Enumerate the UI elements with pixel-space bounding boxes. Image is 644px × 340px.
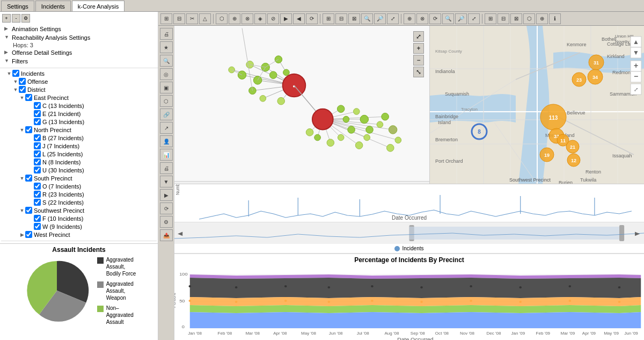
icon-btn-link[interactable]: 🔗 (160, 108, 173, 120)
icon-btn-select[interactable]: ▣ (160, 82, 173, 93)
toolbar-btn-22[interactable]: 🔍 (442, 13, 454, 24)
north-u-node[interactable]: U (30 Incidents) (1, 166, 157, 174)
tab-settings[interactable]: Settings (1, 1, 34, 11)
node-b14[interactable] (382, 113, 389, 120)
expand-all-btn[interactable]: + (2, 14, 11, 23)
toolbar-btn-7[interactable]: ⊗ (241, 13, 253, 24)
node-b3[interactable] (348, 126, 355, 134)
icon-btn-polygon[interactable]: ⬡ (160, 95, 173, 107)
toolbar-btn-16[interactable]: 🔍 (361, 13, 373, 24)
toolbar-btn-11[interactable]: ◀ (293, 13, 305, 24)
east-precinct-node[interactable]: ▼ East Precinct (1, 93, 157, 102)
nav-fit[interactable]: ⤢ (413, 31, 424, 42)
node-b17[interactable] (387, 144, 394, 152)
node-b13[interactable] (377, 121, 383, 128)
west-checkbox[interactable] (25, 231, 32, 238)
south-s-checkbox[interactable] (34, 199, 41, 206)
toolbar-btn-23[interactable]: 🔎 (455, 13, 467, 24)
tab-kcore[interactable]: k-Core Analysis (72, 1, 125, 11)
map-fullscreen[interactable]: ⤢ (631, 84, 641, 95)
node-b2[interactable] (343, 116, 349, 122)
nav-fullscreen[interactable]: ⤡ (413, 67, 424, 77)
toolbar-btn-28[interactable]: ⬡ (523, 13, 535, 24)
node-b16[interactable] (395, 137, 401, 143)
offense-settings[interactable]: ▶ Offense Detail Settings (2, 48, 156, 57)
north-j-checkbox[interactable] (34, 142, 41, 149)
toolbar-btn-24[interactable]: ⤢ (468, 13, 480, 24)
node-b12[interactable] (355, 142, 363, 149)
node-g4[interactable] (269, 71, 277, 79)
icon-btn-arrow[interactable]: ↗ (160, 122, 173, 134)
node-g9[interactable] (238, 71, 246, 79)
tab-incidents[interactable]: Incidents (35, 1, 71, 11)
node-b9[interactable] (360, 115, 369, 124)
north-checkbox[interactable] (25, 126, 32, 133)
toolbar-btn-6[interactable]: ⊕ (229, 13, 240, 24)
node-b6[interactable] (314, 134, 321, 141)
east-c-checkbox[interactable] (34, 102, 41, 109)
toolbar-btn-13[interactable]: ⊞ (323, 13, 334, 24)
node-b11[interactable] (364, 134, 370, 141)
district-node[interactable]: ▼ District (1, 85, 157, 93)
icon-btn-print[interactable]: 🖨 (160, 28, 173, 40)
nav-zoom-in[interactable]: + (413, 43, 424, 54)
node-b1[interactable] (337, 105, 345, 113)
north-n-node[interactable]: N (8 Incidents) (1, 158, 157, 166)
node-b8[interactable] (353, 108, 360, 115)
toolbar-btn-4[interactable]: △ (199, 13, 211, 24)
toolbar-btn-3[interactable]: ✂ (186, 13, 198, 24)
south-precinct-node[interactable]: ▼ South Precinct (1, 174, 157, 182)
sw-w-node[interactable]: W (9 Incidents) (1, 222, 157, 230)
north-l-node[interactable]: L (25 Incidents) (1, 150, 157, 158)
north-b-node[interactable]: B (27 Incidents) (1, 134, 157, 142)
toolbar-btn-29[interactable]: ⊕ (536, 13, 548, 24)
icon-btn-print2[interactable]: 🖨 (160, 162, 173, 174)
node-g5[interactable] (253, 76, 262, 85)
east-checkbox[interactable] (25, 94, 32, 101)
west-precinct-node[interactable]: ▶ West Precinct (1, 230, 157, 238)
south-r-node[interactable]: R (23 Incidents) (1, 190, 157, 198)
toolbar-btn-8[interactable]: ◈ (254, 13, 266, 24)
node-b10[interactable] (366, 126, 374, 134)
south-checkbox[interactable] (25, 175, 32, 182)
east-g-checkbox[interactable] (34, 118, 41, 125)
toolbar-btn-10[interactable]: ▶ (280, 13, 292, 24)
map-nav-down[interactable]: ▼ (631, 47, 641, 58)
offense-node[interactable]: ▼ Offense (1, 77, 157, 85)
south-o-checkbox[interactable] (34, 183, 41, 190)
east-e-checkbox[interactable] (34, 110, 41, 117)
node-g2[interactable] (275, 56, 282, 63)
south-r-checkbox[interactable] (34, 191, 41, 198)
toolbar-btn-25[interactable]: ⊞ (485, 13, 496, 24)
icon-btn-export[interactable]: 📤 (160, 229, 173, 241)
toolbar-btn-19[interactable]: ⊕ (404, 13, 415, 24)
node-g10[interactable] (246, 61, 254, 69)
incidents-node[interactable]: ▼ Incidents (1, 69, 157, 77)
node-g7[interactable] (260, 95, 266, 102)
network-graph[interactable]: ⤢ + − ⤡ (174, 26, 429, 182)
toolbar-btn-30[interactable]: ℹ (549, 13, 561, 24)
settings-btn3[interactable]: ⚙ (21, 14, 30, 23)
toolbar-btn-1[interactable]: ⊞ (160, 13, 172, 24)
toolbar-btn-18[interactable]: ⤢ (387, 13, 399, 24)
offense-checkbox[interactable] (19, 78, 26, 85)
toolbar-btn-26[interactable]: ⊟ (497, 13, 509, 24)
toolbar-btn-9[interactable]: ⊘ (267, 13, 279, 24)
sw-w-checkbox[interactable] (34, 223, 41, 230)
filters-settings[interactable]: ▼ Filters (2, 57, 156, 66)
icon-btn-star[interactable]: ★ (160, 41, 173, 53)
map-zoom-in[interactable]: + (631, 61, 641, 71)
north-precinct-node[interactable]: ▼ North Precinct (1, 126, 157, 134)
central-node-2[interactable] (312, 109, 333, 130)
sw-f-node[interactable]: F (10 Incidents) (1, 214, 157, 222)
icon-btn-play[interactable]: ▶ (160, 189, 173, 201)
incidents-checkbox[interactable] (12, 70, 19, 77)
toolbar-btn-27[interactable]: ⊠ (510, 13, 522, 24)
toolbar-btn-2[interactable]: ⊟ (173, 13, 185, 24)
node-g8[interactable] (277, 97, 285, 105)
north-u-checkbox[interactable] (34, 167, 41, 173)
north-b-checkbox[interactable] (34, 134, 41, 141)
icon-btn-person[interactable]: 👤 (160, 135, 173, 147)
north-n-checkbox[interactable] (34, 158, 41, 165)
node-b5[interactable] (327, 139, 334, 147)
